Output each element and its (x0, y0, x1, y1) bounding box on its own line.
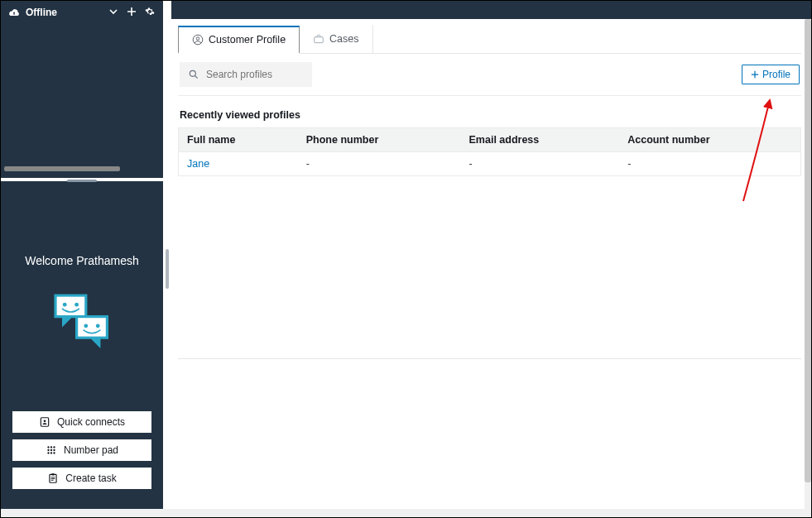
search-input[interactable] (206, 69, 297, 80)
content-divider (178, 358, 801, 359)
create-profile-label: Profile (762, 69, 790, 80)
svg-point-11 (47, 449, 49, 451)
svg-point-16 (53, 452, 55, 453)
number-pad-label: Number pad (64, 444, 118, 456)
sidebar-bottom-panel: Welcome Prathamesh Quick connects (1, 185, 163, 517)
svg-point-12 (50, 449, 52, 451)
plus-icon (751, 70, 759, 79)
agent-status-label: Offline (26, 7, 57, 18)
tab-cases[interactable]: Cases (300, 25, 372, 53)
table-header-row: Full name Phone number Email address Acc… (179, 128, 801, 152)
gear-icon[interactable] (143, 5, 156, 21)
quick-connects-label: Quick connects (57, 416, 125, 428)
svg-rect-21 (315, 37, 324, 43)
svg-point-2 (74, 303, 79, 307)
col-full-name: Full name (179, 128, 298, 152)
agent-status-bar[interactable]: Offline (1, 1, 163, 24)
profiles-table: Full name Phone number Email address Acc… (178, 127, 801, 176)
svg-point-8 (47, 446, 49, 448)
welcome-text: Welcome Prathamesh (25, 254, 138, 267)
cloud-icon (7, 7, 21, 17)
add-icon[interactable] (125, 5, 138, 21)
col-email: Email address (461, 128, 620, 152)
horizontal-scrollbar-thumb[interactable] (4, 166, 120, 171)
app-root: Offline Welcome Prathamesh (1, 1, 811, 517)
resize-handle[interactable] (67, 180, 97, 182)
sidebar-actions: Quick connects Number pad Create task (12, 411, 151, 489)
sidebar: Offline Welcome Prathamesh (1, 1, 163, 517)
dialpad-icon (46, 444, 57, 456)
search-box[interactable] (180, 62, 312, 87)
tab-customer-profile[interactable]: Customer Profile (178, 26, 300, 54)
col-account: Account number (619, 128, 800, 152)
svg-point-7 (44, 420, 46, 422)
recently-viewed-title: Recently viewed profiles (178, 96, 801, 127)
vertical-scrollbar[interactable] (805, 19, 811, 514)
svg-point-15 (50, 452, 52, 453)
person-icon (192, 34, 204, 46)
tab-customer-profile-label: Customer Profile (209, 34, 286, 46)
svg-point-10 (53, 446, 55, 448)
cell-account: - (619, 152, 800, 176)
create-profile-button[interactable]: Profile (742, 65, 800, 84)
chat-illustration (49, 289, 115, 355)
main-header-bar (171, 1, 811, 19)
col-phone: Phone number (298, 128, 461, 152)
cell-phone: - (298, 152, 461, 176)
main-panel: Customer Profile Cases Profile Rece (171, 1, 811, 517)
cell-email: - (461, 152, 620, 176)
svg-point-9 (50, 446, 52, 448)
search-icon (188, 69, 199, 80)
quick-connects-button[interactable]: Quick connects (12, 411, 151, 433)
tab-cases-label: Cases (329, 33, 358, 45)
svg-rect-18 (52, 473, 55, 475)
briefcase-icon (313, 33, 324, 45)
svg-point-14 (47, 452, 49, 453)
vertical-scrollbar-thumb[interactable] (805, 19, 811, 482)
contacts-icon (39, 416, 50, 428)
svg-point-22 (190, 70, 195, 76)
svg-point-5 (96, 324, 100, 328)
vertical-resize-handle[interactable] (166, 249, 169, 289)
svg-point-1 (63, 303, 67, 307)
bottom-strip (1, 509, 811, 517)
toolbar: Profile (178, 54, 801, 96)
vertical-separator (163, 1, 171, 517)
create-task-button[interactable]: Create task (12, 468, 151, 489)
svg-point-20 (196, 37, 199, 41)
tab-strip: Customer Profile Cases (178, 26, 801, 54)
sidebar-top-panel: Offline (1, 1, 163, 173)
clipboard-icon (47, 472, 59, 484)
number-pad-button[interactable]: Number pad (12, 439, 151, 461)
main-body: Customer Profile Cases Profile Rece (171, 19, 811, 517)
profile-link[interactable]: Jane (187, 158, 209, 170)
svg-point-13 (53, 449, 55, 451)
status-dropdown-icon[interactable] (107, 5, 120, 21)
svg-point-4 (84, 324, 88, 328)
create-task-label: Create task (65, 472, 116, 484)
table-row[interactable]: Jane - - - (179, 152, 801, 176)
